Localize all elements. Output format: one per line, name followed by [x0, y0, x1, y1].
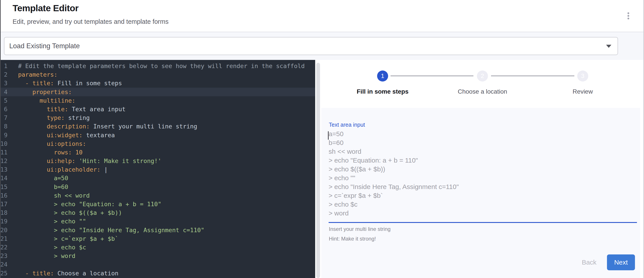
editor-scrollbar-thumb[interactable] — [316, 63, 320, 278]
more-vert-icon[interactable] — [623, 10, 634, 21]
code-text: ui:options: — [18, 139, 315, 148]
line-number: 17 — [0, 200, 10, 208]
line-number: 4 — [0, 88, 10, 96]
line-number: 14 — [0, 174, 10, 182]
template-preview-panel: 1Fill in some steps2Choose a location3Re… — [321, 60, 643, 278]
editor-line: 6 title: Text area input — [0, 105, 315, 113]
code-text: ui:help: 'Hint: Make it strong!' — [18, 157, 315, 165]
line-number: 5 — [0, 96, 10, 105]
back-button[interactable]: Back — [576, 256, 602, 269]
code-text: multiline: — [18, 96, 315, 105]
editor-line: 23 > word — [0, 252, 315, 260]
line-number: 10 — [0, 139, 10, 148]
code-text: > word — [18, 252, 315, 260]
line-number: 21 — [0, 234, 10, 243]
line-number: 15 — [0, 183, 10, 191]
line-number: 13 — [0, 165, 10, 174]
wizard-stepper: 1Fill in some steps2Choose a location3Re… — [321, 60, 643, 108]
step-circle: 2 — [477, 70, 488, 81]
editor-scrollbar-track — [315, 60, 321, 278]
editor-line: 12 ui:help: 'Hint: Make it strong!' — [0, 157, 315, 165]
editor-line: 9 ui:widget: textarea — [0, 131, 315, 139]
line-number: 7 — [0, 113, 10, 122]
editor-line: 14 a=50 — [0, 174, 315, 182]
editor-line: 1# Edit the template parameters below to… — [0, 62, 315, 70]
line-number: 24 — [0, 260, 10, 269]
editor-line: 15 b=60 — [0, 183, 315, 191]
next-button[interactable]: Next — [607, 255, 635, 270]
line-number: 1 — [0, 62, 10, 70]
step-label: Fill in some steps — [336, 88, 429, 95]
editor-line: 19 > echo "" — [0, 217, 315, 226]
line-number: 25 — [0, 269, 10, 278]
editor-line: 11 rows: 10 — [0, 148, 315, 157]
code-text: sh << word — [18, 191, 315, 200]
line-number: 16 — [0, 191, 10, 200]
code-text: # Edit the template parameters below to … — [18, 62, 315, 70]
line-number: 12 — [0, 157, 10, 165]
step-connector — [390, 76, 474, 76]
step-label: Choose a location — [436, 88, 529, 95]
code-text: > echo "" — [18, 217, 315, 226]
line-number: 3 — [0, 79, 10, 87]
code-text: > echo "Inside Here Tag, Assignment c=11… — [18, 226, 315, 234]
editor-line: 17 > echo "Equation: a + b = 110" — [0, 200, 315, 208]
load-template-bar: Load Existing Template — [0, 32, 644, 60]
field-focus-underline — [328, 222, 637, 223]
window-left-edge — [0, 0, 1, 278]
editor-line: 4 properties: — [0, 88, 315, 96]
editor-line: 13 ui:placeholder: | — [0, 165, 315, 174]
editor-line: 5 multiline: — [0, 96, 315, 105]
editor-line: 24 — [0, 260, 315, 269]
line-number: 6 — [0, 105, 10, 113]
step-circle: 1 — [377, 70, 388, 81]
line-number: 20 — [0, 226, 10, 234]
code-text: type: string — [18, 113, 315, 122]
step-label: Review — [536, 88, 629, 95]
step-connector — [491, 76, 574, 76]
editor-line: 10 ui:options: — [0, 139, 315, 148]
editor-line: 16 sh << word — [0, 191, 315, 200]
step-circle: 3 — [577, 70, 588, 81]
editor-line: 20 > echo "Inside Here Tag, Assignment c… — [0, 226, 315, 234]
code-text: > echo "Equation: a + b = 110" — [18, 200, 315, 208]
textarea-field-label: Text area input — [329, 122, 365, 128]
code-text: properties: — [18, 88, 315, 96]
page-header: Template Editor Edit, preview, and try o… — [0, 0, 644, 32]
field-hint: Hint: Make it strong! — [329, 236, 376, 242]
line-number: 8 — [0, 122, 10, 131]
load-template-select[interactable]: Load Existing Template — [4, 37, 618, 55]
editor-line: 8 description: Insert your multi line st… — [0, 122, 315, 131]
code-text: - title: Choose a location — [18, 269, 315, 278]
line-number: 11 — [0, 148, 10, 157]
editor-line: 2parameters: — [0, 70, 315, 79]
code-text — [18, 260, 315, 269]
editor-line: 3 - title: Fill in some steps — [0, 79, 315, 87]
load-template-select-value: Load Existing Template — [9, 37, 80, 55]
editor-line: 21 > c=`expr $a + $b` — [0, 234, 315, 243]
line-number: 22 — [0, 243, 10, 252]
template-code-editor[interactable]: 1# Edit the template parameters below to… — [0, 60, 315, 278]
code-text: title: Text area input — [18, 105, 315, 113]
code-text: rows: 10 — [18, 148, 315, 157]
code-text: b=60 — [18, 183, 315, 191]
field-description: Insert your multi line string — [329, 226, 390, 232]
line-number: 9 — [0, 131, 10, 139]
code-text: - title: Fill in some steps — [18, 79, 315, 87]
editor-line: 25 - title: Choose a location — [0, 269, 315, 278]
line-number: 19 — [0, 217, 10, 226]
editor-line: 7 type: string — [0, 113, 315, 122]
code-text: ui:widget: textarea — [18, 131, 315, 139]
code-text: > echo $(($a + $b)) — [18, 208, 315, 217]
code-text: parameters: — [18, 70, 315, 79]
editor-line: 18 > echo $(($a + $b)) — [0, 208, 315, 217]
code-text: ui:placeholder: | — [18, 165, 315, 174]
code-text: > c=`expr $a + $b` — [18, 234, 315, 243]
textarea-input[interactable]: a=50 b=60 sh << word > echo "Equation: a… — [328, 130, 633, 218]
code-text: a=50 — [18, 174, 315, 182]
step-form: Text area input a=50 b=60 sh << word > e… — [321, 108, 640, 278]
chevron-down-icon — [606, 45, 612, 48]
line-number: 23 — [0, 252, 10, 260]
line-number: 18 — [0, 208, 10, 217]
page-subtitle: Edit, preview, and try out templates and… — [12, 18, 168, 25]
